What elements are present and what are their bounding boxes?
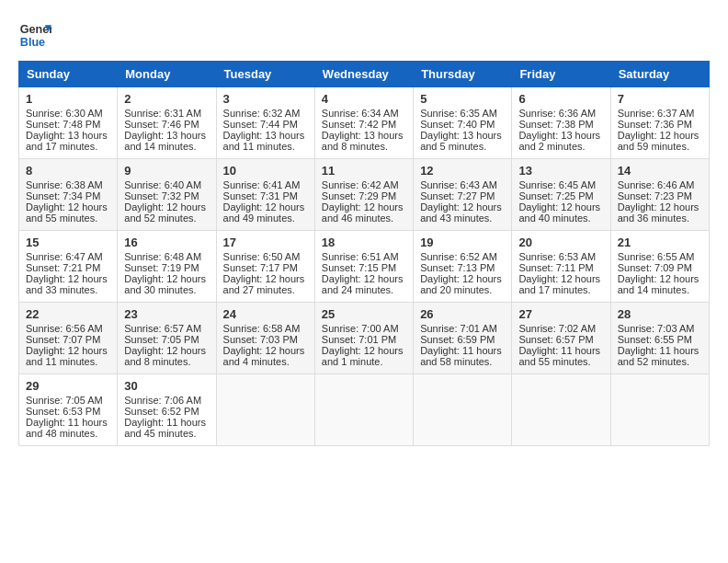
header-tuesday: Tuesday [216, 62, 314, 87]
sunset: Sunset: 7:23 PM [618, 190, 692, 201]
header-thursday: Thursday [414, 62, 512, 87]
daylight-label: Daylight: 11 hours and 52 minutes. [618, 345, 700, 367]
sunset: Sunset: 7:42 PM [322, 119, 396, 130]
sunrise: Sunrise: 6:36 AM [518, 108, 596, 119]
weekday-header-row: Sunday Monday Tuesday Wednesday Thursday… [19, 62, 710, 87]
day-cell-4: 4 Sunrise: 6:34 AM Sunset: 7:42 PM Dayli… [314, 87, 413, 159]
sunrise: Sunrise: 6:56 AM [26, 323, 103, 334]
day-cell-25: 25 Sunrise: 7:00 AM Sunset: 7:01 PM Dayl… [314, 303, 413, 374]
day-cell-17: 17 Sunrise: 6:50 AM Sunset: 7:17 PM Dayl… [216, 231, 314, 303]
day-cell-3: 3 Sunrise: 6:32 AM Sunset: 7:44 PM Dayli… [216, 87, 314, 159]
sunset: Sunset: 7:07 PM [26, 334, 100, 345]
day-cell-30: 30 Sunrise: 7:06 AM Sunset: 6:52 PM Dayl… [118, 374, 216, 446]
day-cell-26: 26 Sunrise: 7:01 AM Sunset: 6:59 PM Dayl… [414, 303, 512, 374]
sunrise: Sunrise: 6:58 AM [223, 323, 301, 334]
day-cell-5: 5 Sunrise: 6:35 AM Sunset: 7:40 PM Dayli… [414, 87, 512, 159]
day-cell-29: 29 Sunrise: 7:05 AM Sunset: 6:53 PM Dayl… [19, 374, 118, 446]
daylight-label: Daylight: 11 hours and 48 minutes. [26, 417, 108, 439]
day-number: 9 [124, 164, 209, 178]
day-number: 2 [124, 92, 209, 106]
day-number: 21 [618, 236, 702, 249]
sunset: Sunset: 7:48 PM [26, 119, 100, 130]
day-number: 23 [124, 307, 209, 321]
day-cell-7: 7 Sunrise: 6:37 AM Sunset: 7:36 PM Dayli… [610, 87, 709, 159]
week-row: 8 Sunrise: 6:38 AM Sunset: 7:34 PM Dayli… [19, 159, 710, 231]
day-cell-1: 1 Sunrise: 6:30 AM Sunset: 7:48 PM Dayli… [19, 87, 118, 159]
day-cell-8: 8 Sunrise: 6:38 AM Sunset: 7:34 PM Dayli… [19, 159, 118, 231]
daylight-label: Daylight: 12 hours and 43 minutes. [420, 201, 502, 224]
daylight-label: Daylight: 12 hours and 46 minutes. [322, 201, 404, 224]
sunset: Sunset: 7:32 PM [124, 190, 199, 201]
day-cell-21: 21 Sunrise: 6:55 AM Sunset: 7:09 PM Dayl… [610, 231, 709, 303]
day-number: 28 [618, 307, 702, 321]
header-monday: Monday [118, 62, 216, 87]
daylight-label: Daylight: 12 hours and 20 minutes. [420, 273, 502, 295]
day-number: 7 [618, 92, 702, 106]
daylight-label: Daylight: 13 hours and 11 minutes. [223, 130, 305, 152]
sunset: Sunset: 7:03 PM [223, 334, 298, 345]
sunrise: Sunrise: 6:38 AM [26, 179, 103, 190]
sunrise: Sunrise: 6:40 AM [124, 179, 201, 190]
sunset: Sunset: 7:17 PM [223, 262, 298, 273]
daylight-label: Daylight: 11 hours and 45 minutes. [124, 417, 206, 439]
sunrise: Sunrise: 6:30 AM [26, 108, 103, 119]
sunset: Sunset: 7:29 PM [322, 190, 396, 201]
daylight-label: Daylight: 12 hours and 14 minutes. [618, 273, 700, 295]
sunset: Sunset: 6:53 PM [26, 406, 100, 417]
day-number: 26 [420, 307, 505, 321]
day-number: 12 [420, 164, 505, 178]
calendar-table: Sunday Monday Tuesday Wednesday Thursday… [18, 61, 710, 446]
sunrise: Sunrise: 6:43 AM [420, 179, 497, 190]
day-number: 24 [223, 307, 308, 321]
sunrise: Sunrise: 7:01 AM [420, 323, 497, 334]
sunrise: Sunrise: 6:52 AM [420, 251, 497, 262]
day-cell-16: 16 Sunrise: 6:48 AM Sunset: 7:19 PM Dayl… [118, 231, 216, 303]
week-row: 22 Sunrise: 6:56 AM Sunset: 7:07 PM Dayl… [19, 303, 710, 374]
sunset: Sunset: 7:01 PM [322, 334, 396, 345]
day-number: 18 [322, 236, 406, 249]
day-cell-19: 19 Sunrise: 6:52 AM Sunset: 7:13 PM Dayl… [414, 231, 512, 303]
header-sunday: Sunday [19, 62, 118, 87]
sunset: Sunset: 7:31 PM [223, 190, 298, 201]
sunrise: Sunrise: 6:48 AM [124, 251, 201, 262]
daylight-label: Daylight: 13 hours and 5 minutes. [420, 130, 502, 152]
day-number: 5 [420, 92, 505, 106]
day-number: 20 [518, 236, 603, 249]
sunset: Sunset: 7:19 PM [124, 262, 199, 273]
day-number: 25 [322, 307, 406, 321]
day-number: 10 [223, 164, 308, 178]
sunset: Sunset: 6:55 PM [618, 334, 692, 345]
daylight-label: Daylight: 13 hours and 2 minutes. [518, 130, 600, 152]
sunset: Sunset: 7:36 PM [618, 119, 692, 130]
daylight-label: Daylight: 12 hours and 40 minutes. [518, 201, 600, 224]
day-number: 16 [124, 236, 209, 249]
sunrise: Sunrise: 6:55 AM [618, 251, 695, 262]
daylight-label: Daylight: 12 hours and 11 minutes. [26, 345, 108, 367]
page-header: General Blue [18, 18, 710, 52]
day-cell-12: 12 Sunrise: 6:43 AM Sunset: 7:27 PM Dayl… [414, 159, 512, 231]
day-number: 15 [26, 236, 110, 249]
week-row: 15 Sunrise: 6:47 AM Sunset: 7:21 PM Dayl… [19, 231, 710, 303]
day-cell-6: 6 Sunrise: 6:36 AM Sunset: 7:38 PM Dayli… [512, 87, 610, 159]
sunrise: Sunrise: 7:05 AM [26, 395, 103, 406]
day-number: 3 [223, 92, 308, 106]
day-cell-18: 18 Sunrise: 6:51 AM Sunset: 7:15 PM Dayl… [314, 231, 413, 303]
daylight-label: Daylight: 12 hours and 24 minutes. [322, 273, 404, 295]
empty-cell [314, 374, 413, 446]
day-cell-20: 20 Sunrise: 6:53 AM Sunset: 7:11 PM Dayl… [512, 231, 610, 303]
sunset: Sunset: 7:13 PM [420, 262, 495, 273]
day-number: 11 [322, 164, 406, 178]
day-number: 17 [223, 236, 308, 249]
sunset: Sunset: 6:59 PM [420, 334, 495, 345]
sunrise: Sunrise: 7:03 AM [618, 323, 695, 334]
day-number: 13 [518, 164, 603, 178]
daylight-label: Daylight: 12 hours and 33 minutes. [26, 273, 108, 295]
header-wednesday: Wednesday [314, 62, 413, 87]
sunset: Sunset: 7:38 PM [518, 119, 593, 130]
day-number: 14 [618, 164, 702, 178]
sunrise: Sunrise: 7:06 AM [124, 395, 201, 406]
daylight-label: Daylight: 12 hours and 17 minutes. [518, 273, 600, 295]
day-number: 22 [26, 307, 110, 321]
daylight-label: Daylight: 12 hours and 4 minutes. [223, 345, 305, 367]
day-number: 30 [124, 379, 209, 393]
